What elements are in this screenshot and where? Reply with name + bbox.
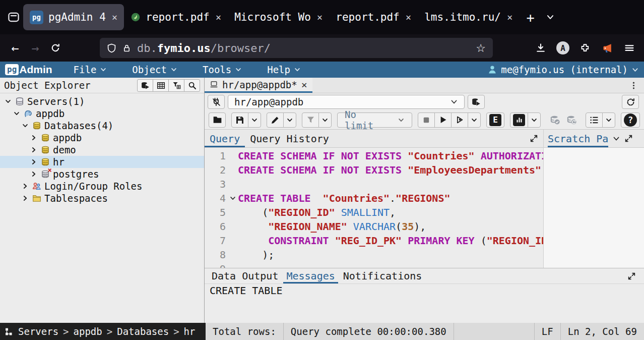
- tree-item-login-group-roles[interactable]: Login/Group Roles: [0, 180, 204, 192]
- extensions-puzzle-icon[interactable]: [576, 39, 594, 56]
- shield-icon[interactable]: [107, 43, 116, 53]
- tab-query-history[interactable]: Query History: [245, 130, 334, 147]
- tab-messages[interactable]: Messages: [283, 268, 338, 284]
- chevron-right-icon[interactable]: [30, 134, 37, 141]
- open-file-button[interactable]: [209, 112, 226, 128]
- close-icon[interactable]: ×: [405, 12, 411, 23]
- menu-file[interactable]: File: [68, 64, 113, 75]
- close-icon[interactable]: ×: [301, 79, 307, 91]
- edit-menu-button[interactable]: [283, 112, 296, 128]
- tree-item-appdb[interactable]: appdb: [0, 107, 204, 120]
- execute-menu-button[interactable]: [468, 112, 481, 128]
- macros-button[interactable]: [586, 112, 603, 128]
- grid-button[interactable]: [153, 79, 169, 92]
- lock-icon[interactable]: [122, 44, 131, 52]
- tree-item-postgres[interactable]: ×postgres: [0, 168, 204, 180]
- megaphone-extension-icon[interactable]: [599, 39, 616, 56]
- downloads-icon[interactable]: [532, 39, 549, 56]
- explain-button[interactable]: E: [486, 112, 504, 128]
- chevron-right-icon[interactable]: [30, 146, 37, 153]
- edit-button[interactable]: [267, 112, 284, 128]
- browser-tab[interactable]: report.pdf×: [329, 4, 418, 30]
- row-limit-select[interactable]: No limit: [337, 112, 412, 128]
- help-button[interactable]: ?: [621, 112, 640, 128]
- filter-button[interactable]: [302, 112, 319, 128]
- tab-notifications[interactable]: Notifications: [340, 268, 425, 284]
- execute-button[interactable]: [434, 112, 452, 128]
- close-icon[interactable]: ×: [506, 12, 512, 23]
- back-button[interactable]: ←: [6, 39, 24, 57]
- breadcrumb-item[interactable]: Databases: [117, 326, 169, 337]
- commit-button[interactable]: [546, 112, 563, 128]
- tab-scratch-pad[interactable]: Scratch Pa: [548, 130, 608, 147]
- save-button[interactable]: [231, 112, 248, 128]
- tree-item-appdb[interactable]: appdb: [0, 132, 204, 144]
- execute-script-button[interactable]: [451, 112, 468, 128]
- query-tool-tab[interactable]: hr/app@appdb* ×: [205, 78, 312, 93]
- breadcrumb-item[interactable]: appdb: [74, 326, 102, 337]
- chevron-down-icon[interactable]: [13, 110, 20, 117]
- explain-analyze-menu-button[interactable]: [528, 112, 541, 128]
- chevron-right-icon[interactable]: [21, 183, 29, 190]
- chevron-right-icon[interactable]: [30, 171, 37, 178]
- rollback-button[interactable]: [563, 112, 580, 128]
- cursor-position[interactable]: Ln 2, Col 69: [561, 323, 644, 340]
- scratch-pad-body[interactable]: [544, 148, 644, 268]
- expand-icon[interactable]: [624, 134, 633, 143]
- tab-query[interactable]: Query: [205, 130, 245, 147]
- user-menu[interactable]: me@fymio.us (internal): [487, 64, 639, 75]
- database-export-button[interactable]: [137, 79, 153, 92]
- forward-button[interactable]: →: [26, 39, 44, 57]
- reload-button[interactable]: [46, 39, 65, 57]
- chevron-down-icon[interactable]: [612, 135, 620, 143]
- chevron-right-icon[interactable]: [21, 195, 29, 202]
- breadcrumb-item[interactable]: hr: [184, 326, 196, 337]
- explain-analyze-button[interactable]: [510, 112, 528, 128]
- url-text[interactable]: db.fymio.us/browser/: [137, 42, 271, 54]
- connection-plug-icon[interactable]: [208, 95, 225, 109]
- expand-icon[interactable]: [627, 272, 636, 280]
- tree-item-servers-1-[interactable]: Servers(1): [0, 95, 204, 107]
- close-icon[interactable]: ×: [316, 12, 323, 23]
- new-query-tool-icon[interactable]: [468, 95, 485, 109]
- tree-item-hr[interactable]: hr: [0, 156, 204, 168]
- tree-item-databases-4-[interactable]: Databases(4): [0, 120, 204, 132]
- sql-editor[interactable]: 1CREATE SCHEMA IF NOT EXISTS "Countries"…: [205, 148, 543, 268]
- account-extension-icon[interactable]: A: [554, 39, 571, 56]
- macros-menu-button[interactable]: [602, 112, 615, 128]
- list-all-tabs-icon[interactable]: [542, 13, 559, 22]
- kebab-menu-icon[interactable]: [623, 78, 644, 93]
- save-menu-button[interactable]: [248, 112, 261, 128]
- eol-indicator[interactable]: LF: [534, 323, 561, 340]
- connection-select[interactable]: hr/app@appdb: [228, 95, 465, 109]
- address-bar[interactable]: db.fymio.us/browser/ ☆: [100, 38, 493, 58]
- reset-layout-icon[interactable]: [622, 95, 639, 109]
- filter-menu-button[interactable]: [318, 112, 332, 128]
- filter-grid-button[interactable]: [168, 79, 184, 92]
- tree-item-tablespaces[interactable]: Tablespaces: [0, 192, 204, 204]
- close-icon[interactable]: ×: [111, 12, 117, 23]
- menu-help[interactable]: Help: [261, 64, 307, 75]
- menu-object[interactable]: Object: [126, 64, 183, 75]
- expand-icon[interactable]: [530, 134, 538, 143]
- menu-tools[interactable]: Tools: [197, 64, 248, 75]
- chevron-down-icon[interactable]: [4, 98, 12, 105]
- bookmark-star-icon[interactable]: ☆: [476, 42, 486, 54]
- menu-hamburger-icon[interactable]: [621, 39, 638, 56]
- chevron-right-icon[interactable]: [30, 158, 37, 165]
- browser-tab[interactable]: Microsoft Wo×: [228, 4, 329, 30]
- firefox-view-icon[interactable]: [4, 8, 23, 27]
- close-icon[interactable]: ×: [215, 12, 221, 23]
- chevron-down-icon[interactable]: [21, 122, 29, 129]
- browser-tab[interactable]: report.pdf×: [124, 4, 228, 30]
- tree-item-demo[interactable]: demo: [0, 144, 204, 156]
- tab-data-output[interactable]: Data Output: [209, 268, 281, 284]
- search-button[interactable]: [184, 79, 200, 92]
- new-tab-button[interactable]: +: [519, 10, 541, 25]
- browser-tab[interactable]: lms.itmo.ru/×: [418, 4, 519, 30]
- fold-caret-icon[interactable]: [228, 191, 238, 205]
- url-path: /browser/: [211, 42, 271, 54]
- stop-button[interactable]: [418, 112, 435, 128]
- breadcrumb-item[interactable]: Servers: [18, 326, 58, 337]
- browser-tab[interactable]: pgpgAdmin 4×: [23, 4, 124, 30]
